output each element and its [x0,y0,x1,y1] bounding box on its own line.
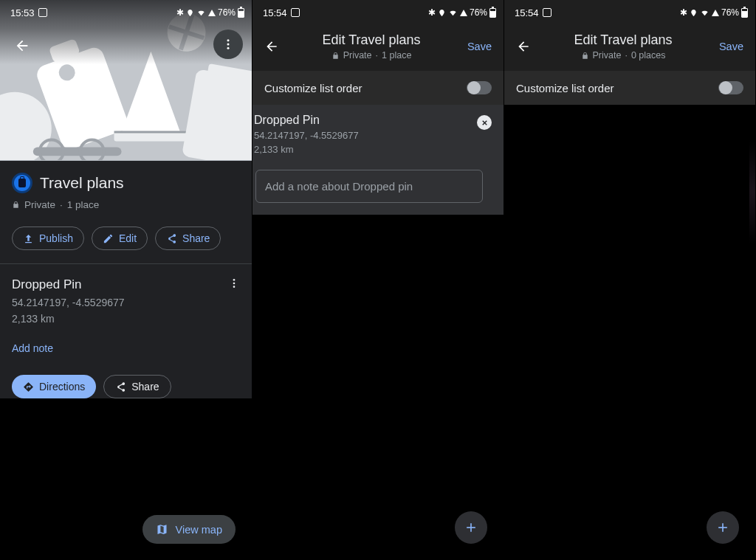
wifi-icon [448,9,458,17]
customize-order-label: Customize list order [516,82,614,94]
svg-point-20 [233,283,236,285]
close-icon [481,119,489,127]
place-coords: 54.2147197, -4.5529677 [12,297,125,308]
svg-point-18 [227,47,230,49]
svg-point-16 [227,39,230,41]
list-title: Travel plans [40,174,124,192]
battery-icon [489,8,496,18]
edit-button[interactable]: Edit [92,227,148,250]
add-place-fab[interactable] [707,511,739,544]
battery-icon [741,8,748,18]
battery-icon [238,8,244,18]
wifi-icon [196,9,206,17]
list-subtitle: Private·1 place [12,199,240,210]
customize-order-label: Customize list order [264,82,362,94]
directions-icon [23,381,34,393]
publish-icon [23,233,34,244]
wifi-icon [700,9,709,17]
status-right: ✱ 76% [680,7,748,18]
remove-pin-button[interactable] [477,115,492,130]
status-right: ✱ 76% [428,7,496,18]
status-right: ✱ 76% [176,7,244,18]
signal-icon [460,10,467,16]
note-input[interactable]: Add a note about Dropped pin [255,170,483,203]
place-distance: 2,133 km [12,313,125,325]
map-icon [156,523,168,536]
svg-point-19 [233,279,236,281]
battery-pct: 76% [721,7,739,18]
lock-icon [331,52,340,60]
pin-distance: 2,133 km [254,144,493,155]
view-map-button[interactable]: View map [142,515,236,544]
place-title: Dropped Pin [12,277,125,292]
plus-icon [715,520,730,535]
directions-button[interactable]: Directions [12,375,96,398]
share-list-button[interactable]: Share [155,227,221,250]
page-title: Edit Travel plans [282,32,461,48]
status-app-icon [291,8,300,17]
back-button[interactable] [7,31,37,61]
location-icon [438,9,446,17]
share-icon [115,381,126,393]
pin-coords: 54.2147197, -4.5529677 [254,130,493,141]
lock-icon [12,201,20,209]
status-app-icon [38,8,47,17]
share-icon [166,233,177,244]
battery-pct: 76% [218,7,236,18]
publish-button[interactable]: Publish [12,227,84,250]
pin-card: Dropped Pin 54.2147197, -4.5529677 2,133… [252,105,504,215]
svg-point-21 [233,286,236,288]
hero-image [0,0,252,161]
status-time: 15:53 [10,7,35,18]
signal-icon [208,10,216,16]
customize-order-toggle[interactable] [467,81,492,94]
status-app-icon [543,8,551,17]
add-note-link[interactable]: Add note [12,342,240,354]
status-time: 15:54 [515,7,539,18]
pin-title: Dropped Pin [254,114,493,127]
add-place-fab[interactable] [455,511,487,544]
signal-icon [712,10,719,16]
customize-order-toggle[interactable] [718,81,743,94]
status-time: 15:54 [263,7,287,18]
location-icon [186,9,194,17]
back-button[interactable] [261,39,282,54]
edge-glow [749,118,755,266]
svg-point-17 [227,44,230,46]
suitcase-icon [12,173,32,193]
page-subtitle: Private·0 places [534,50,712,61]
page-title: Edit Travel plans [534,32,712,48]
page-subtitle: Private·1 place [282,50,461,61]
lock-icon [581,52,589,60]
save-button[interactable]: Save [712,41,743,52]
share-place-button[interactable]: Share [103,375,171,398]
battery-pct: 76% [470,7,487,18]
back-button[interactable] [513,39,534,54]
save-button[interactable]: Save [461,41,492,52]
place-more-button[interactable] [228,277,240,292]
location-icon [690,9,698,17]
pencil-icon [103,233,114,244]
plus-icon [464,520,478,535]
more-options-button[interactable] [213,30,243,59]
